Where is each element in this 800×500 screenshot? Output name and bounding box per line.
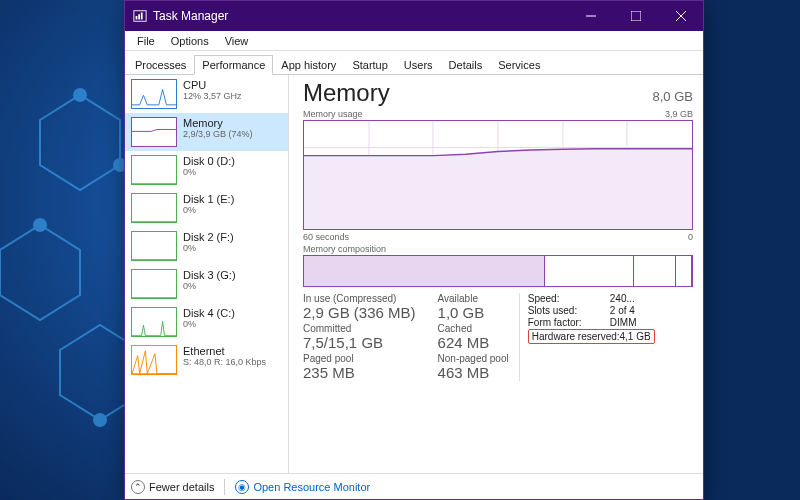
sidebar-item-disk-2-f-[interactable]: Disk 2 (F:)0% xyxy=(125,227,288,265)
tab-details[interactable]: Details xyxy=(441,55,491,75)
sidebar-item-label: Disk 4 (C:) xyxy=(183,307,235,319)
svg-rect-12 xyxy=(631,11,641,21)
slots-label: Slots used: xyxy=(528,305,600,316)
sidebar-item-sub: 0% xyxy=(183,319,235,329)
tab-users[interactable]: Users xyxy=(396,55,441,75)
menu-view[interactable]: View xyxy=(217,33,257,49)
committed-value: 7,5/15,1 GB xyxy=(303,334,416,351)
cached-label: Cached xyxy=(438,323,509,334)
in-use-label: In use (Compressed) xyxy=(303,293,416,304)
sidebar-item-sub: 0% xyxy=(183,281,236,291)
xaxis-right: 0 xyxy=(688,232,693,242)
footer: ⌃ Fewer details ◉ Open Resource Monitor xyxy=(125,473,703,499)
sidebar-item-label: CPU xyxy=(183,79,242,91)
window-title: Task Manager xyxy=(153,9,228,23)
slots-value: 2 of 4 xyxy=(610,305,655,316)
svg-point-3 xyxy=(74,89,86,101)
close-button[interactable] xyxy=(658,1,703,31)
tabs: Processes Performance App history Startu… xyxy=(125,51,703,75)
sidebar-item-sub: 2,9/3,9 GB (74%) xyxy=(183,129,253,139)
composition-segment xyxy=(304,256,545,286)
form-value: DIMM xyxy=(610,317,655,328)
menubar: File Options View xyxy=(125,31,703,51)
sidebar-item-label: Disk 2 (F:) xyxy=(183,231,234,243)
minimize-button[interactable] xyxy=(568,1,613,31)
svg-point-5 xyxy=(34,219,46,231)
composition-segment xyxy=(545,256,634,286)
titlebar[interactable]: Task Manager xyxy=(125,1,703,31)
sidebar-item-disk-4-c-[interactable]: Disk 4 (C:)0% xyxy=(125,303,288,341)
sidebar-item-sub: 0% xyxy=(183,205,234,215)
memory-composition-bar xyxy=(303,255,693,287)
in-use-value: 2,9 GB (336 MB) xyxy=(303,304,416,321)
sidebar-item-ethernet[interactable]: EthernetS: 48,0 R: 16,0 Kbps xyxy=(125,341,288,379)
speed-value: 240... xyxy=(610,293,655,304)
xaxis-left: 60 seconds xyxy=(303,232,349,242)
composition-segment xyxy=(676,256,692,286)
sparkline-icon xyxy=(131,269,177,299)
sparkline-icon xyxy=(131,193,177,223)
open-resource-monitor-link[interactable]: Open Resource Monitor xyxy=(253,481,370,493)
resource-monitor-icon[interactable]: ◉ xyxy=(235,480,249,494)
svg-marker-0 xyxy=(40,95,120,190)
sparkline-icon xyxy=(131,155,177,185)
svg-rect-9 xyxy=(138,14,140,19)
svg-rect-10 xyxy=(141,13,143,20)
fewer-details-link[interactable]: Fewer details xyxy=(149,481,214,493)
committed-label: Committed xyxy=(303,323,416,334)
sidebar-item-disk-1-e-[interactable]: Disk 1 (E:)0% xyxy=(125,189,288,227)
sparkline-icon xyxy=(131,117,177,147)
sparkline-icon xyxy=(131,231,177,261)
sparkline-icon xyxy=(131,79,177,109)
sidebar-item-memory[interactable]: Memory2,9/3,9 GB (74%) xyxy=(125,113,288,151)
svg-rect-8 xyxy=(136,16,138,20)
performance-sidebar: CPU12% 3,57 GHzMemory2,9/3,9 GB (74%)Dis… xyxy=(125,75,289,473)
nonpaged-label: Non-paged pool xyxy=(438,353,509,364)
menu-file[interactable]: File xyxy=(129,33,163,49)
available-value: 1,0 GB xyxy=(438,304,509,321)
nonpaged-value: 463 MB xyxy=(438,364,509,381)
sidebar-item-label: Memory xyxy=(183,117,253,129)
sidebar-item-label: Ethernet xyxy=(183,345,266,357)
memory-total: 8,0 GB xyxy=(653,89,693,104)
sidebar-item-cpu[interactable]: CPU12% 3,57 GHz xyxy=(125,75,288,113)
paged-label: Paged pool xyxy=(303,353,416,364)
sidebar-item-label: Disk 1 (E:) xyxy=(183,193,234,205)
svg-point-6 xyxy=(94,414,106,426)
available-label: Available xyxy=(438,293,509,304)
svg-marker-1 xyxy=(0,225,80,320)
app-icon xyxy=(133,9,147,23)
usage-label: Memory usage xyxy=(303,109,363,119)
sparkline-icon xyxy=(131,307,177,337)
cached-value: 624 MB xyxy=(438,334,509,351)
collapse-icon[interactable]: ⌃ xyxy=(131,480,145,494)
maximize-button[interactable] xyxy=(613,1,658,31)
sidebar-item-sub: 12% 3,57 GHz xyxy=(183,91,242,101)
tab-services[interactable]: Services xyxy=(490,55,548,75)
sidebar-item-sub: S: 48,0 R: 16,0 Kbps xyxy=(183,357,266,367)
composition-label: Memory composition xyxy=(303,244,386,254)
sidebar-item-sub: 0% xyxy=(183,243,234,253)
sparkline-icon xyxy=(131,345,177,375)
memory-usage-chart xyxy=(303,120,693,230)
composition-segment xyxy=(634,256,677,286)
hw-reserved-value: 4,1 GB xyxy=(620,331,651,342)
memory-panel: Memory 8,0 GB Memory usage 3,9 GB 60 s xyxy=(289,75,703,473)
sidebar-item-label: Disk 3 (G:) xyxy=(183,269,236,281)
tab-app-history[interactable]: App history xyxy=(273,55,344,75)
paged-value: 235 MB xyxy=(303,364,416,381)
menu-options[interactable]: Options xyxy=(163,33,217,49)
usage-max: 3,9 GB xyxy=(665,109,693,119)
hardware-reserved-highlight: Hardware reserved: 4,1 GB xyxy=(528,329,655,344)
hw-reserved-label: Hardware reserved: xyxy=(532,331,620,342)
speed-label: Speed: xyxy=(528,293,600,304)
form-label: Form factor: xyxy=(528,317,600,328)
tab-processes[interactable]: Processes xyxy=(127,55,194,75)
sidebar-item-disk-0-d-[interactable]: Disk 0 (D:)0% xyxy=(125,151,288,189)
tab-performance[interactable]: Performance xyxy=(194,55,273,75)
tab-startup[interactable]: Startup xyxy=(344,55,395,75)
sidebar-item-label: Disk 0 (D:) xyxy=(183,155,235,167)
sidebar-item-sub: 0% xyxy=(183,167,235,177)
sidebar-item-disk-3-g-[interactable]: Disk 3 (G:)0% xyxy=(125,265,288,303)
footer-divider xyxy=(224,479,225,495)
